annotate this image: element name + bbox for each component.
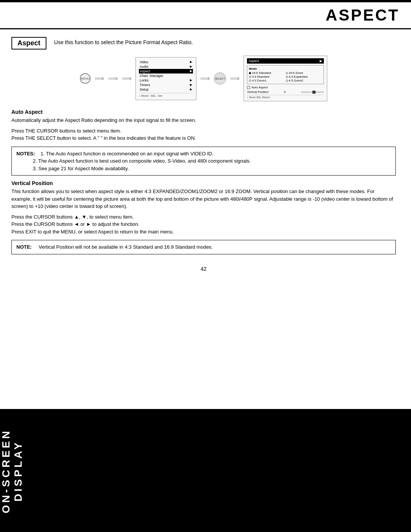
select-label: SELECT [215, 77, 225, 80]
vertical-value: 0 [284, 90, 285, 94]
mode-43-expanded: 4:3 Expanded [286, 75, 322, 78]
select-button: SELECT [214, 72, 226, 85]
note-box-text: Vertical Position will not be available … [39, 244, 213, 250]
cursor-instructions: Press the CURSOR buttons ▲, ▼, to select… [11, 213, 396, 236]
auto-aspect-heading: Auto Aspect [11, 109, 396, 115]
menu-item-chan-manager: Chan. Manager [139, 73, 193, 78]
menu-item-video: Video▶ [139, 60, 193, 64]
sidebar-label: ON-SCREEN DISPLAY [0, 410, 30, 532]
notes-label: NOTES: [16, 151, 35, 157]
bottom-section: ON-SCREEN DISPLAY [0, 410, 411, 532]
note-item-3: 3. See page 21 for Aspect Mode availabil… [33, 166, 129, 171]
menu-item-audio: Audio▶ [139, 64, 193, 69]
menu-item-locks: Locks▶ [139, 78, 193, 83]
diagram-area: MENU ⟹ ⟹ ⟹ Video▶ Audio▶ Aspect▶ Chan. M… [11, 56, 396, 101]
menu-circle: MENU [80, 73, 91, 84]
arrow-5: ⟹ [230, 74, 240, 83]
vertical-position-label: Vertical Position [247, 90, 269, 94]
vertical-position-heading: Vertical Position [11, 180, 396, 186]
aspect-menu-title: Aspect [249, 59, 259, 63]
mode-169-standard: 16:9 Standard [249, 71, 285, 75]
mode-section: Mode 16:9 Standard 16:9 Zoom 4:3 Standar… [247, 65, 324, 84]
mode-43-zoom2: 4:3 Zoom2 [286, 79, 322, 82]
auto-aspect-label: Auto Aspect [252, 86, 268, 89]
mode-43-standard: 4:3 Standard [249, 75, 285, 78]
instruction-1: Press THE CURSOR buttons to select menu … [11, 127, 396, 142]
arrow-3: ⟹ [122, 74, 132, 83]
radio-43-zoom2 [286, 80, 288, 82]
vertical-position-row: Vertical Position 0 [247, 90, 324, 94]
menu-label: MENU [81, 77, 90, 80]
main-content: Aspect Use this function to select the P… [0, 29, 411, 280]
menu-screen-box: Video▶ Audio▶ Aspect▶ Chan. Manager Lock… [135, 57, 196, 100]
radio-43-expanded [286, 76, 288, 78]
note-item-2: 2. The Auto Aspect function is best used… [33, 158, 251, 164]
menu-item-setup: Setup▶ [139, 87, 193, 92]
mode-43-zoom1: 4:3 Zoom1 [249, 79, 285, 82]
move-hint: ↕ Move SEL Sel [139, 93, 193, 97]
note-box-label: NOTE: [16, 244, 32, 250]
notes-box: NOTES: 1. The Auto Aspect function is re… [11, 147, 396, 176]
mode-label: Mode [249, 67, 322, 70]
label-description: Use this function to select the Picture … [54, 37, 193, 45]
radio-43-standard [249, 76, 251, 78]
note-box: NOTE: Vertical Position will not be avai… [11, 240, 396, 254]
slider-handle [312, 91, 315, 94]
header-section: ASPECT [0, 2, 411, 29]
aspect-menu-title-bar: Aspect ▶ [247, 58, 324, 64]
mode-grid: 16:9 Standard 16:9 Zoom 4:3 Standard 4:3… [249, 71, 322, 82]
radio-43-zoom1 [249, 80, 251, 82]
radio-169-standard [249, 72, 251, 74]
label-row: Aspect Use this function to select the P… [11, 37, 396, 50]
vertical-position-description: This function allows you to select when … [11, 188, 396, 210]
aspect-menu-bottom-hint: ↕ Move SEL Return [247, 95, 324, 99]
auto-aspect-description: Automatically adjust the Aspect Ratio de… [11, 117, 396, 124]
slider-bar [301, 91, 324, 93]
menu-item-aspect: Aspect▶ [139, 69, 193, 73]
arrow-2: ⟹ [108, 74, 118, 83]
aspect-label-box: Aspect [11, 37, 46, 50]
auto-aspect-checkbox [247, 86, 250, 89]
auto-aspect-row: Auto Aspect [247, 86, 324, 89]
page-title: ASPECT [326, 6, 400, 24]
arrow-4: ⟹ [200, 74, 210, 83]
page-number: 42 [11, 266, 396, 272]
radio-169-zoom [286, 72, 288, 74]
arrow-1: ⟹ [94, 74, 104, 83]
mode-169-zoom: 16:9 Zoom [286, 71, 322, 75]
note-item-1: 1. The Auto Aspect function is recommend… [41, 151, 213, 157]
aspect-menu-box: Aspect ▶ Mode 16:9 Standard 16:9 Zoom [244, 56, 327, 101]
menu-item-timers: Timers▶ [139, 83, 193, 87]
